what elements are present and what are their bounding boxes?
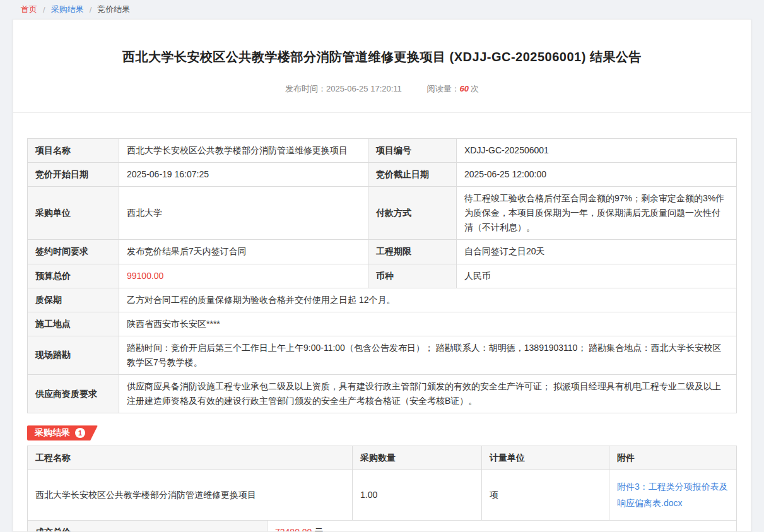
table-row: 西北大学长安校区公共教学楼部分消防管道维修更换项目 1.00 项 附件3：工程类… xyxy=(28,470,737,520)
detail-value-warranty: 乙方对合同工程的质量保修期为验收合格并交付使用之日起 12个月。 xyxy=(119,288,737,312)
announcement-header: 西北大学长安校区公共教学楼部分消防管道维修更换项目 (XDJJ-GC-20250… xyxy=(13,20,751,113)
column-header-project-name: 工程名称 xyxy=(28,446,353,470)
detail-label-project-name: 项目名称 xyxy=(28,139,119,163)
deal-total-unit: 元 xyxy=(314,527,323,532)
result-section-header: 采购结果 1 xyxy=(27,425,737,440)
detail-value-project-name: 西北大学长安校区公共教学楼部分消防管道维修更换项目 xyxy=(119,139,368,163)
table-row: 施工地点 陕西省西安市长安区**** xyxy=(28,312,737,336)
table-row: 供应商资质要求 供应商应具备消防设施工程专业承包二级及以上资质，具有建设行政主管… xyxy=(28,375,737,413)
announcement-card: 西北大学长安校区公共教学楼部分消防管道维修更换项目 (XDJJ-GC-20250… xyxy=(13,19,751,532)
result-quantity: 1.00 xyxy=(353,470,482,520)
detail-value-project-number: XDJJ-GC-202506001 xyxy=(457,139,737,163)
detail-value-construction-site: 陕西省西安市长安区**** xyxy=(119,312,737,336)
publish-time: 发布时间：2025-06-25 17:20:11 xyxy=(285,84,402,93)
table-row: 签约时间要求 发布竞价结果后7天内签订合同 工程期限 自合同签订之日20天 xyxy=(28,240,737,264)
detail-value-signing-time: 发布竞价结果后7天内签订合同 xyxy=(119,240,368,264)
result-unit: 项 xyxy=(482,470,609,520)
breadcrumb-separator: / xyxy=(90,5,92,15)
column-header-unit: 计量单位 xyxy=(482,446,609,470)
table-row: 质保期 乙方对合同工程的质量保修期为验收合格并交付使用之日起 12个月。 xyxy=(28,288,737,312)
detail-value-purchaser: 西北大学 xyxy=(119,187,368,240)
detail-value-budget-total: 99100.00 xyxy=(119,264,368,288)
result-attachment-cell: 附件3：工程类分项报价表及响应偏离表.docx xyxy=(609,470,737,520)
detail-value-bid-start: 2025-06-19 16:07:25 xyxy=(119,163,368,187)
deal-total-value: 73480.00元 xyxy=(267,520,737,532)
breadcrumb-current: 竞价结果 xyxy=(97,4,130,15)
table-header-row: 工程名称 采购数量 计量单位 附件 xyxy=(28,446,737,470)
detail-label-project-duration: 工程期限 xyxy=(368,240,457,264)
detail-value-project-duration: 自合同签订之日20天 xyxy=(457,240,737,264)
table-row: 预算总价 99100.00 币种 人民币 xyxy=(28,264,737,288)
table-row: 现场踏勘 踏勘时间：竞价开启后第三个工作日上午上午9:00-11:00（包含公告… xyxy=(28,336,737,374)
table-row: 成交总价 73480.00元 xyxy=(28,520,737,532)
column-header-attachment: 附件 xyxy=(609,446,737,470)
detail-label-bid-start: 竞价开始日期 xyxy=(28,163,119,187)
attachment-link[interactable]: 附件3：工程类分项报价表及响应偏离表.docx xyxy=(617,479,729,511)
result-project-name: 西北大学长安校区公共教学楼部分消防管道维修更换项目 xyxy=(28,470,353,520)
detail-label-project-number: 项目编号 xyxy=(368,139,457,163)
table-row: 采购单位 西北大学 付款方式 待工程竣工验收合格后付至合同金额的97%；剩余审定… xyxy=(28,187,737,240)
detail-label-purchaser: 采购单位 xyxy=(28,187,119,240)
detail-value-supplier-qualification: 供应商应具备消防设施工程专业承包二级及以上资质，具有建设行政主管部门颁发的有效的… xyxy=(119,375,737,413)
badge-label: 采购结果 xyxy=(35,427,70,439)
result-summary-table: 成交总价 73480.00元 成交供应商 陕西华川建设工程有限公司 xyxy=(27,520,737,532)
detail-value-currency: 人民币 xyxy=(457,264,737,288)
breadcrumb-separator: / xyxy=(43,5,45,15)
procurement-result-table: 工程名称 采购数量 计量单位 附件 西北大学长安校区公共教学楼部分消防管道维修更… xyxy=(27,446,737,520)
page-title: 西北大学长安校区公共教学楼部分消防管道维修更换项目 (XDJJ-GC-20250… xyxy=(27,49,737,66)
table-row: 竞价开始日期 2025-06-19 16:07:25 竞价截止日期 2025-0… xyxy=(28,163,737,187)
breadcrumb-procurement-results-link[interactable]: 采购结果 xyxy=(51,4,84,15)
detail-label-payment-method: 付款方式 xyxy=(368,187,457,240)
detail-value-bid-end: 2025-06-25 12:00:00 xyxy=(457,163,737,187)
project-detail-table: 项目名称 西北大学长安校区公共教学楼部分消防管道维修更换项目 项目编号 XDJJ… xyxy=(27,138,737,413)
detail-label-construction-site: 施工地点 xyxy=(28,312,119,336)
detail-value-site-survey: 踏勘时间：竞价开启后第三个工作日上午上午9:00-11:00（包含公告发布日）；… xyxy=(119,336,737,374)
detail-label-warranty: 质保期 xyxy=(28,288,119,312)
view-count-number: 60 xyxy=(459,84,468,93)
breadcrumb-home-link[interactable]: 首页 xyxy=(21,4,37,15)
badge-count: 1 xyxy=(75,428,85,438)
procurement-result-badge: 采购结果 1 xyxy=(27,425,98,440)
table-row: 项目名称 西北大学长安校区公共教学楼部分消防管道维修更换项目 项目编号 XDJJ… xyxy=(28,139,737,163)
detail-label-signing-time: 签约时间要求 xyxy=(28,240,119,264)
detail-value-payment-method: 待工程竣工验收合格后付至合同金额的97%；剩余审定金额的3%作为质保金，本项目质… xyxy=(457,187,737,240)
breadcrumb: 首页 / 采购结果 / 竞价结果 xyxy=(0,0,764,19)
deal-total-label: 成交总价 xyxy=(28,520,267,532)
detail-label-supplier-qualification: 供应商资质要求 xyxy=(28,375,119,413)
detail-label-bid-end: 竞价截止日期 xyxy=(368,163,457,187)
announcement-meta: 发布时间：2025-06-25 17:20:11 阅读量：60次 xyxy=(27,83,737,95)
view-count: 阅读量：60次 xyxy=(426,84,478,93)
detail-label-budget-total: 预算总价 xyxy=(28,264,119,288)
detail-label-site-survey: 现场踏勘 xyxy=(28,336,119,374)
column-header-quantity: 采购数量 xyxy=(353,446,482,470)
detail-label-currency: 币种 xyxy=(368,264,457,288)
deal-total-amount: 73480.00 xyxy=(275,527,312,532)
